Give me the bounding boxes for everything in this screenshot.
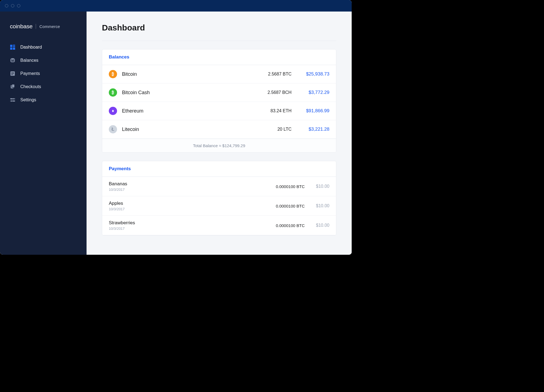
svg-rect-2 [13, 46, 15, 47]
window-minimize-icon[interactable] [11, 4, 14, 7]
window-titlebar [0, 0, 352, 12]
payment-amount: 0.0000100 BTC [258, 184, 305, 189]
coin-usd: $3,772.29 [296, 90, 329, 95]
sidebar-item-label: Checkouts [20, 84, 41, 89]
sidebar-item-checkouts[interactable]: Checkouts [0, 80, 87, 93]
svg-point-5 [11, 58, 15, 60]
payment-item: Bananas [109, 181, 258, 187]
svg-point-13 [13, 98, 15, 100]
brand: coinbase Commerce [0, 23, 87, 41]
balances-icon [10, 58, 15, 63]
payment-item: Apples [109, 201, 258, 206]
coin-name: Bitcoin Cash [122, 90, 245, 96]
svg-rect-8 [11, 74, 14, 74]
balances-card: Balances ₿ Bitcoin 2.5687 BTC $25,938.73… [102, 49, 336, 153]
payment-amount: 0.0000100 BTC [258, 204, 305, 208]
svg-rect-0 [10, 45, 12, 47]
svg-rect-1 [13, 45, 15, 46]
payment-usd: $10.00 [305, 223, 329, 228]
litecoin-icon: Ł [109, 125, 117, 133]
coin-amount: 2.5687 BCH [250, 90, 292, 95]
payments-icon [10, 71, 15, 76]
payment-row[interactable]: Bananas 10/3/2017 0.0000100 BTC $10.00 [102, 177, 336, 196]
svg-rect-7 [11, 72, 14, 73]
main-content: Dashboard Balances ₿ Bitcoin 2.5687 BTC … [87, 12, 352, 255]
svg-rect-11 [12, 84, 15, 88]
balances-total: Total Balance ≈ $124,799.29 [102, 139, 336, 152]
sidebar-item-balances[interactable]: Balances [0, 54, 87, 67]
coin-usd: $3,221.28 [296, 127, 329, 132]
balance-row-bitcoin-cash[interactable]: ₿ Bitcoin Cash 2.5687 BCH $3,772.29 [102, 83, 336, 102]
ethereum-icon: ♦ [109, 107, 117, 115]
payment-row[interactable]: Apples 10/3/2017 0.0000100 BTC $10.00 [102, 196, 336, 216]
payment-info: Strawberries 10/3/2017 [109, 220, 258, 231]
brand-separator [36, 24, 36, 29]
svg-rect-3 [10, 47, 12, 50]
window-close-icon[interactable] [5, 4, 8, 7]
payment-info: Apples 10/3/2017 [109, 201, 258, 211]
payment-row[interactable]: Strawberries 10/3/2017 0.0000100 BTC $10… [102, 216, 336, 235]
sidebar-item-dashboard[interactable]: Dashboard [0, 41, 87, 54]
payment-date: 10/3/2017 [109, 226, 258, 231]
app-window: coinbase Commerce Dashboard Balances [0, 0, 352, 255]
payment-usd: $10.00 [305, 184, 329, 189]
svg-point-15 [11, 100, 12, 102]
sidebar-item-payments[interactable]: Payments [0, 67, 87, 80]
dashboard-icon [10, 44, 15, 50]
balance-row-ethereum[interactable]: ♦ Ethereum 83.24 ETH $91,866.99 [102, 102, 336, 120]
svg-rect-4 [13, 47, 15, 50]
sidebar-item-label: Dashboard [20, 45, 42, 50]
balance-row-litecoin[interactable]: Ł Litecoin 20 LTC $3,221.28 [102, 120, 336, 139]
balance-row-bitcoin[interactable]: ₿ Bitcoin 2.5687 BTC $25,938.73 [102, 65, 336, 83]
svg-rect-9 [11, 74, 13, 75]
coin-amount: 83.24 ETH [250, 108, 292, 113]
sidebar-item-settings[interactable]: Settings [0, 93, 87, 107]
app-body: coinbase Commerce Dashboard Balances [0, 12, 352, 255]
payment-date: 10/3/2017 [109, 207, 258, 211]
sidebar-item-label: Balances [20, 58, 38, 63]
payment-date: 10/3/2017 [109, 187, 258, 192]
brand-main: coinbase [10, 23, 32, 30]
settings-icon [10, 97, 15, 103]
payment-usd: $10.00 [305, 203, 329, 208]
coin-amount: 2.5687 BTC [250, 72, 292, 77]
coin-name: Ethereum [122, 108, 245, 114]
payments-heading[interactable]: Payments [102, 161, 336, 177]
page-title: Dashboard [102, 23, 336, 41]
coin-usd: $25,938.73 [296, 71, 329, 77]
sidebar-item-label: Payments [20, 71, 40, 76]
coin-amount: 20 LTC [250, 127, 292, 132]
bitcoin-cash-icon: ₿ [109, 88, 117, 97]
coin-usd: $91,866.99 [296, 108, 329, 114]
coin-name: Bitcoin [122, 71, 245, 77]
sidebar: coinbase Commerce Dashboard Balances [0, 12, 87, 255]
brand-sub: Commerce [39, 24, 60, 29]
payment-info: Bananas 10/3/2017 [109, 181, 258, 192]
sidebar-nav: Dashboard Balances Payments [0, 41, 87, 107]
bitcoin-icon: ₿ [109, 70, 117, 78]
payment-amount: 0.0000100 BTC [258, 223, 305, 228]
coin-name: Litecoin [122, 127, 245, 132]
payments-card: Payments Bananas 10/3/2017 0.0000100 BTC… [102, 161, 336, 236]
sidebar-item-label: Settings [20, 97, 36, 102]
checkouts-icon [10, 84, 15, 89]
window-zoom-icon[interactable] [17, 4, 20, 7]
balances-heading[interactable]: Balances [102, 49, 336, 65]
payment-item: Strawberries [109, 220, 258, 226]
